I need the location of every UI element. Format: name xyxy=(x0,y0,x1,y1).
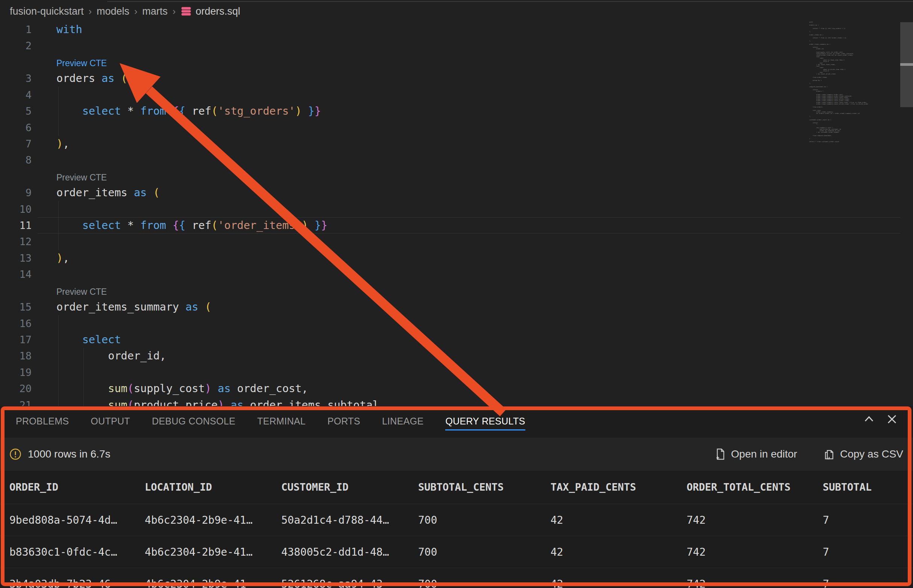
panel-tab-problems[interactable]: PROBLEMS xyxy=(16,410,69,431)
breadcrumb-item-models[interactable]: models xyxy=(97,6,129,17)
table-cell: 42 xyxy=(551,568,563,588)
code-line-2: 2 xyxy=(0,37,913,54)
column-header-subtotal[interactable]: SUBTOTAL xyxy=(823,471,872,504)
indent-guide xyxy=(58,201,59,217)
table-cell: 742 xyxy=(687,568,706,588)
code-line-7: 7), xyxy=(0,136,913,152)
line-number: 6 xyxy=(0,120,32,136)
code-line-19: 19 xyxy=(0,364,913,380)
open-in-editor-button[interactable]: Open in editor xyxy=(714,448,797,460)
breadcrumb-item-file[interactable]: orders.sql xyxy=(181,6,240,17)
line-number: 12 xyxy=(0,233,32,250)
line-number: 20 xyxy=(0,380,32,397)
breadcrumb-separator: › xyxy=(89,6,92,17)
close-icon xyxy=(886,413,898,426)
panel-tab-query-results[interactable]: QUERY RESULTS xyxy=(445,410,525,431)
copy-as-csv-button[interactable]: Copy as CSV xyxy=(824,448,903,460)
indent-guide xyxy=(58,233,59,250)
line-number: 4 xyxy=(0,87,32,103)
minimap[interactable]: with orders as ( select * from {{ ref('s… xyxy=(809,21,898,142)
code-line-3: 3orders as ( xyxy=(0,70,913,86)
table-cell: 50a2d1c4-d788-44… xyxy=(281,504,389,536)
table-cell: 4b6c2304-2b9e-41… xyxy=(145,504,253,536)
code-text: order_items as ( xyxy=(57,184,160,201)
code-text: select * from {{ ref('stg_orders') }} xyxy=(57,103,321,119)
code-line-16: 16 xyxy=(0,315,913,331)
collapse-panel-button[interactable] xyxy=(861,412,876,426)
query-status-text: 1000 rows in 6.7s xyxy=(28,448,110,460)
code-text: sum(supply_cost) as order_cost, xyxy=(57,380,308,397)
code-text: with xyxy=(57,21,82,37)
code-text: order_items_summary as ( xyxy=(57,299,211,315)
table-cell: b83630c1-0fdc-4c… xyxy=(10,536,117,568)
line-number: 15 xyxy=(0,299,32,315)
breadcrumb-item-fusion-quickstart[interactable]: fusion-quickstart xyxy=(10,6,84,17)
table-cell: 7 xyxy=(823,504,829,536)
code-text: orders as ( xyxy=(57,70,128,86)
table-row[interactable]: 9bed808a-5074-4d…4b6c2304-2b9e-41…50a2d1… xyxy=(0,504,913,536)
line-number: 16 xyxy=(0,315,32,331)
code-line-5: 5 select * from {{ ref('stg_orders') }} xyxy=(0,103,913,119)
table-cell: 700 xyxy=(418,536,437,568)
chevron-up-icon xyxy=(862,412,876,426)
table-cell: 700 xyxy=(418,568,437,588)
results-table-header: ORDER_IDLOCATION_IDCUSTOMER_IDSUBTOTAL_C… xyxy=(0,471,913,504)
code-line-6: 6 xyxy=(0,120,913,136)
codelens-row: Preview CTE xyxy=(0,54,913,70)
line-number: 8 xyxy=(0,152,32,168)
column-header-customer_id[interactable]: CUSTOMER_ID xyxy=(281,471,349,504)
column-header-order_total_cents[interactable]: ORDER_TOTAL_CENTS xyxy=(687,471,790,504)
line-number: 13 xyxy=(0,250,32,266)
code-editor[interactable]: 1with2Preview CTE3orders as (45 select *… xyxy=(0,0,913,406)
table-cell: 42 xyxy=(551,504,563,536)
line-number: 18 xyxy=(0,348,32,364)
indent-guide xyxy=(58,315,59,331)
table-cell: 42 xyxy=(551,536,563,568)
preview-cte-link[interactable]: Preview CTE xyxy=(57,285,107,299)
table-cell: 4b6c2304-2b9e-41 xyxy=(145,568,246,588)
panel-tab-lineage[interactable]: LINEAGE xyxy=(382,410,423,431)
panel-tab-output[interactable]: OUTPUT xyxy=(90,410,130,431)
codelens-row: Preview CTE xyxy=(0,283,913,299)
column-header-order_id[interactable]: ORDER_ID xyxy=(10,471,58,504)
code-text: ), xyxy=(57,250,69,266)
line-number: 14 xyxy=(0,266,32,282)
line-number: 9 xyxy=(0,184,32,201)
table-row[interactable]: 3b4a03db-7b23-464b6c2304-2b9e-415261268c… xyxy=(0,568,913,588)
line-number: 21 xyxy=(0,397,32,406)
line-number: 19 xyxy=(0,364,32,380)
column-header-tax_paid_cents[interactable]: TAX_PAID_CENTS xyxy=(551,471,636,504)
database-icon xyxy=(181,6,192,17)
code-text: sum(product_price) as order_items_subtot… xyxy=(57,397,385,406)
table-cell: 700 xyxy=(418,504,437,536)
breadcrumb-item-marts[interactable]: marts xyxy=(142,6,168,17)
open-file-icon xyxy=(714,448,726,460)
code-line-1: 1with xyxy=(0,21,913,37)
table-cell: 4b6c2304-2b9e-41… xyxy=(145,536,253,568)
preview-cte-link[interactable]: Preview CTE xyxy=(57,171,107,184)
code-line-15: 15order_items_summary as ( xyxy=(0,299,913,315)
query-status: 1000 rows in 6.7s xyxy=(9,438,110,471)
code-line-8: 8 xyxy=(0,152,913,168)
line-number: 2 xyxy=(0,37,32,54)
column-header-location_id[interactable]: LOCATION_ID xyxy=(145,471,212,504)
panel-tab-terminal[interactable]: TERMINAL xyxy=(257,410,306,431)
close-panel-button[interactable] xyxy=(884,412,900,426)
code-line-9: 9order_items as ( xyxy=(0,184,913,201)
table-cell: 9bed808a-5074-4d… xyxy=(10,504,117,536)
code-line-11: 11 select * from {{ ref('order_items') }… xyxy=(0,217,913,233)
copy-as-csv-label: Copy as CSV xyxy=(840,448,903,460)
column-header-subtotal_cents[interactable]: SUBTOTAL_CENTS xyxy=(418,471,504,504)
preview-cte-link[interactable]: Preview CTE xyxy=(57,57,107,70)
table-row[interactable]: b83630c1-0fdc-4c…4b6c2304-2b9e-41…438005… xyxy=(0,536,913,568)
code-line-18: 18 order_id, xyxy=(0,348,913,364)
code-text: select xyxy=(57,331,121,348)
breadcrumb-separator: › xyxy=(173,6,176,17)
table-cell: 7 xyxy=(823,568,829,588)
table-cell: 5261268c-aa94-43 xyxy=(281,568,383,588)
panel-tab-ports[interactable]: PORTS xyxy=(328,410,360,431)
code-line-10: 10 xyxy=(0,201,913,217)
panel-tab-debug-console[interactable]: DEBUG CONSOLE xyxy=(152,410,235,431)
codelens-row: Preview CTE xyxy=(0,168,913,184)
table-cell: 7 xyxy=(823,536,829,568)
